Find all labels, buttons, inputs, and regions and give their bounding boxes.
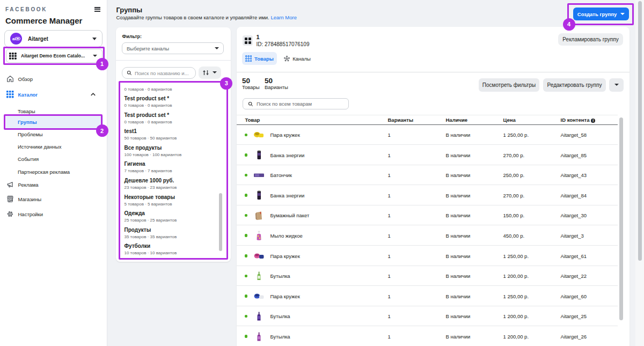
svg-text:ai: ai — [12, 37, 16, 41]
